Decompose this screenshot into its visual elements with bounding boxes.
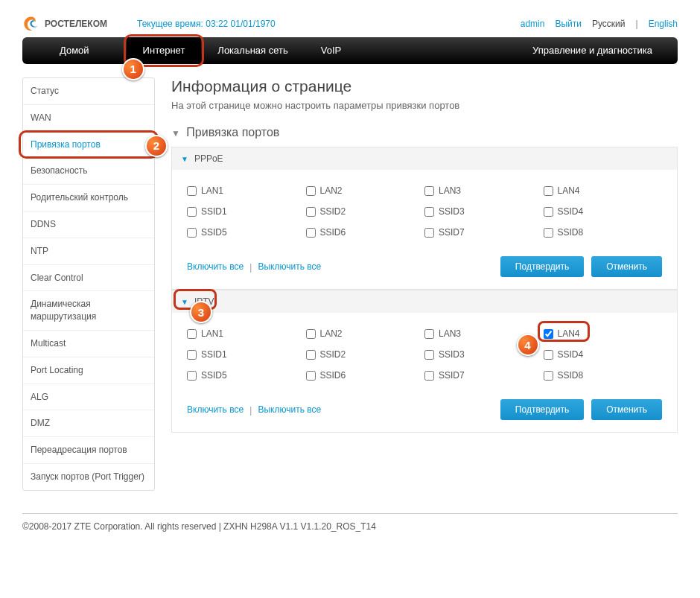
checkbox-ssid7[interactable] [424,228,434,238]
page-title: Информация о странице [171,77,678,95]
checkbox-ssid4[interactable] [544,350,553,360]
main-nav: Домой Интернет 1 Локальная сеть VoIP Упр… [22,37,678,64]
checkbox-ssid4[interactable] [544,207,553,217]
nav-voip[interactable]: VoIP [305,37,357,64]
footer: ©2008-2017 ZTE Corporation. All rights r… [22,513,678,532]
sidebar-item-port-binding[interactable]: Привязка портов 2 [23,132,154,159]
confirm-button[interactable]: Подтвердить [500,256,584,277]
sidebar: Статус WAN Привязка портов 2 Безопасност… [22,77,155,491]
port-ssid2[interactable]: SSID2 [306,201,425,222]
cancel-button[interactable]: Отменить [591,399,662,420]
sidebar-item-port-trigger[interactable]: Запуск портов (Port Trigger) [23,464,154,490]
port-lan4[interactable]: LAN4 [544,180,663,201]
lang-ru[interactable]: Русский [592,19,626,29]
group-head-pppoe[interactable]: ▼ PPPoE [172,147,677,170]
page-desc: На этой странице можно настроить парамет… [171,100,678,111]
port-lan4[interactable]: LAN4 4 [544,323,663,344]
checkbox-lan1[interactable] [187,329,197,339]
section-header: ▼ Привязка портов [171,126,678,139]
sidebar-item-security[interactable]: Безопасность [23,158,154,185]
port-ssid6[interactable]: SSID6 [306,365,425,386]
lang-en[interactable]: English [649,19,678,29]
disable-all-link[interactable]: Выключить все [258,404,321,415]
checkbox-ssid5[interactable] [187,371,197,381]
top-right-links: admin Выйти Русский | English [521,19,678,29]
checkbox-ssid8[interactable] [544,228,553,238]
checkbox-ssid5[interactable] [187,228,197,238]
port-ssid1[interactable]: SSID1 [187,344,306,365]
sidebar-item-port-forward[interactable]: Переадресация портов [23,437,154,464]
group-pppoe: ▼ PPPoE LAN1 LAN2 LAN3 LAN4 SSID1 SSID2 … [171,147,678,290]
port-ssid6[interactable]: SSID6 [306,222,425,243]
confirm-button[interactable]: Подтвердить [500,399,584,420]
checkbox-lan2[interactable] [306,329,316,339]
sidebar-item-dyn-route[interactable]: Динамическая маршрутизация [23,291,154,331]
sidebar-item-ddns[interactable]: DDNS [23,211,154,238]
port-ssid7[interactable]: SSID7 [424,365,544,386]
checkbox-ssid2[interactable] [306,350,316,360]
nav-diag[interactable]: Управление и диагностика [516,37,678,64]
checkbox-lan3[interactable] [424,329,434,339]
port-ssid4[interactable]: SSID4 [544,344,663,365]
marker-3: 3 [190,301,212,323]
checkbox-ssid6[interactable] [306,228,316,238]
group-iptv: ▼ IPTV 3 LAN1 LAN2 LAN3 LAN4 4 [171,290,678,433]
checkbox-ssid1[interactable] [187,207,197,217]
checkbox-lan2[interactable] [306,186,316,196]
cancel-button[interactable]: Отменить [591,256,662,277]
checkbox-ssid2[interactable] [306,207,316,217]
checkbox-ssid1[interactable] [187,350,197,360]
sidebar-item-ntp[interactable]: NTP [23,238,154,265]
port-lan2[interactable]: LAN2 [306,180,425,201]
enable-all-link[interactable]: Включить все [187,404,244,415]
nav-internet[interactable]: Интернет 1 [127,37,202,64]
sidebar-item-clear-control[interactable]: Clear Control [23,265,154,292]
sidebar-item-dmz[interactable]: DMZ [23,410,154,437]
checkbox-lan1[interactable] [187,186,197,196]
current-time: Текущее время: 03:22 01/01/1970 [137,19,276,29]
port-ssid5[interactable]: SSID5 [187,222,306,243]
checkbox-lan4[interactable] [544,329,553,339]
port-ssid8[interactable]: SSID8 [544,222,663,243]
checkbox-ssid6[interactable] [306,371,316,381]
marker-1: 1 [122,58,144,80]
sidebar-item-port-locating[interactable]: Port Locating [23,357,154,384]
chevron-down-icon: ▼ [181,298,188,306]
checkbox-ssid3[interactable] [424,207,434,217]
sidebar-item-multicast[interactable]: Multicast [23,331,154,357]
port-lan1[interactable]: LAN1 [187,180,306,201]
sidebar-item-alg[interactable]: ALG [23,384,154,411]
sidebar-item-parental[interactable]: Родительский контроль [23,185,154,211]
checkbox-ssid8[interactable] [544,371,553,381]
brand-logo: РОСТЕЛЕКОМ [22,15,107,33]
port-lan2[interactable]: LAN2 [306,323,425,344]
checkbox-lan4[interactable] [544,186,553,196]
nav-home[interactable]: Домой [22,37,127,64]
port-lan1[interactable]: LAN1 [187,323,306,344]
port-ssid3[interactable]: SSID3 [424,201,544,222]
sidebar-item-wan[interactable]: WAN [23,105,154,132]
logo-icon [22,15,40,33]
port-ssid2[interactable]: SSID2 [306,344,425,365]
nav-lan[interactable]: Локальная сеть [201,37,304,64]
enable-all-link[interactable]: Включить все [187,261,244,272]
port-ssid8[interactable]: SSID8 [544,365,663,386]
chevron-down-icon: ▼ [181,155,188,163]
port-ssid5[interactable]: SSID5 [187,365,306,386]
checkbox-ssid3[interactable] [424,350,434,360]
port-ssid4[interactable]: SSID4 [544,201,663,222]
marker-4: 4 [517,334,539,356]
port-lan3[interactable]: LAN3 [424,180,544,201]
user-link[interactable]: admin [521,19,545,29]
port-ssid7[interactable]: SSID7 [424,222,544,243]
group-head-iptv[interactable]: ▼ IPTV 3 [172,290,677,313]
port-ssid1[interactable]: SSID1 [187,201,306,222]
disable-all-link[interactable]: Выключить все [258,261,321,272]
checkbox-lan3[interactable] [424,186,434,196]
logout-link[interactable]: Выйти [555,19,582,29]
checkbox-ssid7[interactable] [424,371,434,381]
chevron-down-icon: ▼ [171,128,180,139]
brand-text: РОСТЕЛЕКОМ [45,19,107,29]
marker-2: 2 [145,135,168,157]
